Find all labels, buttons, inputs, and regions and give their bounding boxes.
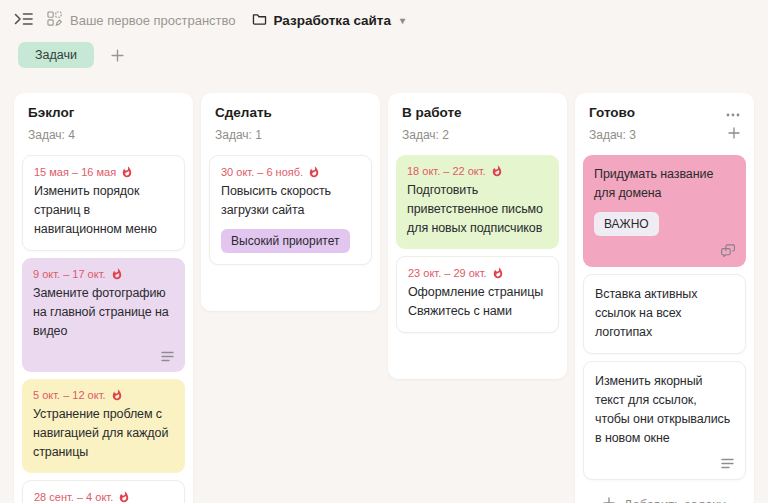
tab-tasks[interactable]: Задачи xyxy=(18,42,94,68)
description-icon xyxy=(721,455,734,468)
flame-icon xyxy=(491,165,503,177)
workspace-icon xyxy=(47,11,62,29)
view-tabs: Задачи xyxy=(0,36,768,68)
column-header: БэклогЗадач: 4 xyxy=(22,104,185,142)
column-task-count: Задач: 3 xyxy=(589,128,636,142)
task-card[interactable]: Вставка активных ссылок на всех логотипа… xyxy=(583,274,746,354)
task-card[interactable]: Придумать название для доменаВАЖНО xyxy=(583,155,746,267)
add-tab-button[interactable] xyxy=(111,49,124,62)
sidebar-expand-icon xyxy=(14,12,33,29)
flame-icon xyxy=(118,491,130,503)
card-dates-row: 9 окт. – 17 окт. xyxy=(33,268,174,280)
flame-icon xyxy=(308,166,320,178)
project-name: Разработка сайта xyxy=(274,13,391,28)
kanban-column: ГотовоЗадач: 3Придумать название для дом… xyxy=(575,93,754,503)
column-header: СделатьЗадач: 1 xyxy=(209,104,372,142)
priority-label: Высокий приоритет xyxy=(221,229,350,253)
kanban-board: БэклогЗадач: 415 мая – 16 маяИзменить по… xyxy=(0,68,768,503)
description-icon xyxy=(161,348,174,361)
workspace-name: Ваше первое пространство xyxy=(70,13,236,28)
flame-icon xyxy=(121,166,133,178)
folder-icon xyxy=(252,12,267,28)
card-date-range: 28 сент. – 4 окт. xyxy=(34,491,113,503)
card-title: Изменить порядок страниц в навигационном… xyxy=(34,182,173,239)
task-card[interactable]: 5 окт. – 12 окт.Устранение проблем с нав… xyxy=(22,379,185,473)
card-title: Замените фотографию на главной странице … xyxy=(33,284,174,341)
card-date-range: 9 окт. – 17 окт. xyxy=(33,268,106,280)
breadcrumb-workspace[interactable]: Ваше первое пространство xyxy=(47,11,236,29)
card-dates-row: 23 окт. – 29 окт. xyxy=(408,267,547,279)
card-list: Придумать название для доменаВАЖНОВставк… xyxy=(583,155,746,480)
plus-icon xyxy=(603,497,615,503)
card-dates-row: 18 окт. – 22 окт. xyxy=(407,165,548,177)
column-header: ГотовоЗадач: 3 xyxy=(583,104,746,142)
card-title: Оформление страницы Свяжитесь с нами xyxy=(408,283,547,321)
sidebar-toggle-button[interactable] xyxy=(14,12,33,29)
card-date-range: 30 окт. – 6 нояб. xyxy=(221,166,303,178)
column-title: Сделать xyxy=(215,105,272,120)
task-card[interactable]: 30 окт. – 6 нояб.Повысить скорость загру… xyxy=(209,155,372,265)
column-title: Бэклог xyxy=(28,105,74,120)
card-list: 18 окт. – 22 окт.Подготовить приветствен… xyxy=(396,155,559,333)
flame-icon xyxy=(111,389,123,401)
task-card[interactable]: 18 окт. – 22 окт.Подготовить приветствен… xyxy=(396,155,559,249)
card-title: Повысить скорость загрузки сайта xyxy=(221,182,360,220)
top-bar: Ваше первое пространство Разработка сайт… xyxy=(0,0,768,36)
card-title: Вставка активных ссылок на всех логотипа… xyxy=(595,285,734,342)
task-card[interactable]: 23 окт. – 29 окт.Оформление страницы Свя… xyxy=(396,256,559,333)
add-task-label: Добавить задачу xyxy=(623,497,725,503)
column-title: В работе xyxy=(402,105,462,120)
column-add-button[interactable] xyxy=(728,127,740,142)
flame-icon xyxy=(492,267,504,279)
card-date-range: 15 мая – 16 мая xyxy=(34,166,116,178)
column-header: В работеЗадач: 2 xyxy=(396,104,559,142)
kanban-column: СделатьЗадач: 130 окт. – 6 нояб.Повысить… xyxy=(201,93,380,311)
kanban-column: В работеЗадач: 218 окт. – 22 окт.Подгото… xyxy=(388,93,567,379)
flame-icon xyxy=(111,268,123,280)
more-options-icon xyxy=(726,105,740,120)
card-title: Устранение проблем с навигацией для кажд… xyxy=(33,405,174,462)
card-footer xyxy=(33,348,174,361)
card-date-range: 5 окт. – 12 окт. xyxy=(33,389,106,401)
card-dates-row: 5 окт. – 12 окт. xyxy=(33,389,174,401)
card-dates-row: 28 сент. – 4 окт. xyxy=(34,491,173,503)
card-dates-row: 30 окт. – 6 нояб. xyxy=(221,166,360,178)
card-title: Изменить якорный текст для ссылок, чтобы… xyxy=(595,372,734,448)
column-task-count: Задач: 2 xyxy=(402,128,449,142)
card-dates-row: 15 мая – 16 мая xyxy=(34,166,173,178)
card-title: Придумать название для домена xyxy=(594,165,735,203)
task-card[interactable]: 28 сент. – 4 окт.Отредактировать сообщен… xyxy=(22,480,185,503)
card-list: 30 окт. – 6 нояб.Повысить скорость загру… xyxy=(209,155,372,265)
chevron-down-icon: ▾ xyxy=(400,15,405,26)
column-menu-button[interactable] xyxy=(726,105,740,120)
card-date-range: 23 окт. – 29 окт. xyxy=(408,267,487,279)
card-footer xyxy=(595,455,734,468)
column-title: Готово xyxy=(589,105,635,120)
column-task-count: Задач: 4 xyxy=(28,128,75,142)
card-footer xyxy=(594,243,735,256)
project-selector[interactable]: Разработка сайта ▾ xyxy=(252,12,405,28)
priority-label: ВАЖНО xyxy=(594,212,659,236)
add-task-button[interactable]: Добавить задачу xyxy=(583,490,746,503)
card-title: Подготовить приветственное письмо для но… xyxy=(407,181,548,238)
comment-icon xyxy=(721,243,735,256)
card-list: 15 мая – 16 маяИзменить порядок страниц … xyxy=(22,155,185,503)
column-task-count: Задач: 1 xyxy=(215,128,262,142)
task-card[interactable]: Изменить якорный текст для ссылок, чтобы… xyxy=(583,361,746,480)
task-card[interactable]: 9 окт. – 17 окт.Замените фотографию на г… xyxy=(22,258,185,372)
task-card[interactable]: 15 мая – 16 маяИзменить порядок страниц … xyxy=(22,155,185,251)
card-date-range: 18 окт. – 22 окт. xyxy=(407,165,486,177)
kanban-column: БэклогЗадач: 415 мая – 16 маяИзменить по… xyxy=(14,93,193,503)
plus-icon xyxy=(728,127,740,142)
